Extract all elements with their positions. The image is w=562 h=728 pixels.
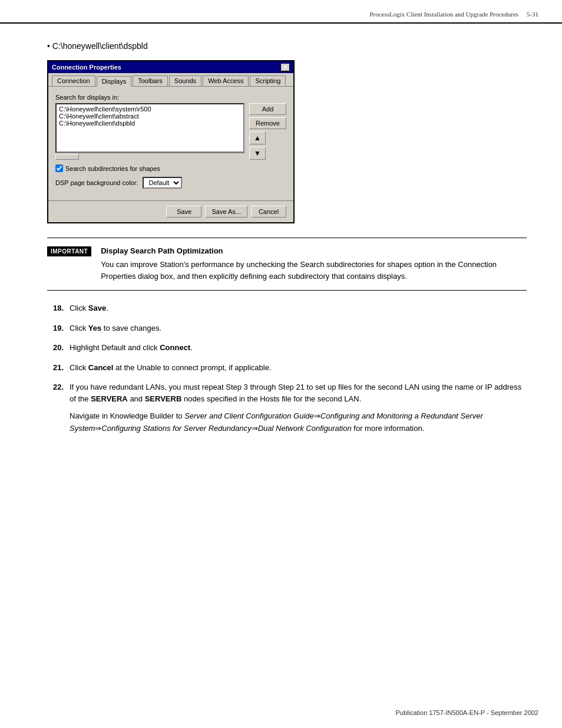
page-header: ProcessLogix Client Installation and Upg…: [0, 0, 562, 24]
horizontal-scrollbar[interactable]: [55, 153, 244, 160]
tab-webaccess[interactable]: Web Access: [203, 75, 249, 86]
scrollbar-thumb[interactable]: [55, 154, 79, 160]
step-19: 19. Click Yes to save changes.: [47, 322, 527, 334]
step-21-content: Click Cancel at the Unable to connect pr…: [70, 362, 527, 374]
page-number: 5-31: [527, 11, 538, 18]
dsp-label: DSP page background color:: [55, 179, 138, 186]
important-title: Display Search Path Optimization: [101, 246, 527, 255]
up-arrow-button[interactable]: ▲: [249, 131, 266, 144]
list-item: C:\Honeywell\client\dspbld: [58, 120, 242, 127]
step-21-num: 21.: [47, 362, 64, 374]
list-item: C:\Honeywell\client\abstract: [58, 113, 242, 120]
dialog-tabs: Connection Displays Toolbars Sounds Web …: [48, 73, 293, 87]
tab-connection[interactable]: Connection: [52, 75, 95, 86]
dialog-close-button[interactable]: ✕: [280, 63, 290, 71]
checkbox-row: Search subdirectories for shapes: [55, 164, 286, 172]
important-section: IMPORTANT Display Search Path Optimizati…: [47, 238, 527, 291]
save-button[interactable]: Save: [166, 206, 201, 218]
cancel-button[interactable]: Cancel: [251, 206, 286, 218]
step-20: 20. Highlight Default and click Connect.: [47, 342, 527, 354]
tab-sounds[interactable]: Sounds: [169, 75, 201, 86]
step-20-num: 20.: [47, 342, 64, 354]
search-label: Search for displays in:: [55, 94, 286, 101]
page-footer: Publication 1757-IN500A-EN-P - September…: [395, 709, 538, 716]
checkbox-label: Search subdirectories for shapes: [65, 165, 160, 172]
bullet-symbol: •: [47, 41, 52, 51]
dialog-body: Search for displays in: C:\Honeywell\cli…: [48, 87, 293, 200]
dialog-titlebar: Connection Properties ✕: [48, 61, 293, 73]
page-content: • C:\honeywell\client\dspbld Connection …: [0, 24, 562, 461]
step-18-num: 18.: [47, 302, 64, 314]
step-22-content: If you have redundant LANs, you must rep…: [70, 381, 527, 435]
steps-section: 18. Click Save. 19. Click Yes to save ch…: [47, 302, 527, 435]
search-paths-listbox[interactable]: C:\Honeywell\client\system\r500 C:\Honey…: [55, 103, 244, 153]
save-as-button[interactable]: Save As...: [205, 206, 247, 218]
dsp-row: DSP page background color: Default: [55, 177, 286, 189]
step-20-content: Highlight Default and click Connect.: [70, 342, 527, 354]
tab-displays[interactable]: Displays: [97, 76, 132, 87]
down-arrow-button[interactable]: ▼: [249, 147, 266, 160]
important-content: Display Search Path Optimization You can…: [101, 246, 527, 282]
step-22: 22. If you have redundant LANs, you must…: [47, 381, 527, 435]
search-subdirectories-checkbox[interactable]: [55, 164, 63, 172]
step-22-note: Navigate in Knowledge Builder to Server …: [70, 410, 527, 435]
step-19-num: 19.: [47, 322, 64, 334]
step-22-num: 22.: [47, 381, 64, 435]
dsp-color-select[interactable]: Default: [143, 177, 182, 189]
add-button[interactable]: Add: [249, 103, 286, 115]
tab-toolbars[interactable]: Toolbars: [133, 75, 168, 86]
step-21: 21. Click Cancel at the Unable to connec…: [47, 362, 527, 374]
dialog-footer: Save Save As... Cancel: [48, 200, 293, 222]
dialog-wrapper: Connection Properties ✕ Connection Displ…: [47, 60, 527, 223]
step-18: 18. Click Save.: [47, 302, 527, 314]
bullet-path-text: C:\honeywell\client\dspbld: [52, 41, 148, 51]
list-item: C:\Honeywell\client\system\r500: [58, 106, 242, 113]
tab-scripting[interactable]: Scripting: [250, 75, 286, 86]
important-text: You can improve Station's performance by…: [101, 259, 527, 282]
important-badge: IMPORTANT: [47, 246, 91, 256]
header-text: ProcessLogix Client Installation and Upg…: [369, 11, 518, 18]
step-19-content: Click Yes to save changes.: [70, 322, 527, 334]
listbox-container: C:\Honeywell\client\system\r500 C:\Honey…: [55, 103, 286, 160]
side-buttons: Add Remove ▲ ▼: [249, 103, 286, 160]
step-18-content: Click Save.: [70, 302, 527, 314]
remove-button[interactable]: Remove: [249, 117, 286, 129]
connection-properties-dialog: Connection Properties ✕ Connection Displ…: [47, 60, 295, 223]
footer-text: Publication 1757-IN500A-EN-P - September…: [395, 709, 538, 716]
bullet-path: • C:\honeywell\client\dspbld: [47, 41, 527, 51]
dialog-title: Connection Properties: [52, 64, 121, 71]
